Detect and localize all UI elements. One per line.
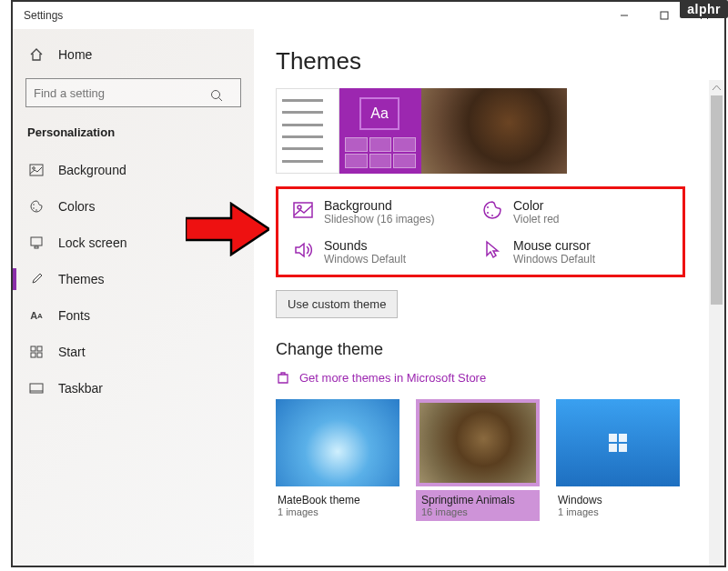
svg-rect-14 [37, 346, 42, 351]
setting-cursor[interactable]: Mouse cursorWindows Default [480, 238, 670, 265]
minimize-button[interactable] [604, 2, 644, 29]
watermark-text: alphr [687, 2, 721, 16]
picture-icon [27, 161, 46, 179]
svg-rect-6 [30, 165, 43, 175]
start-icon [27, 343, 46, 361]
svg-point-21 [487, 206, 489, 208]
page-title: Themes [276, 47, 703, 75]
picture-icon [291, 198, 315, 222]
sidebar-item-fonts[interactable]: AA Fonts [13, 297, 254, 334]
theme-name: Springtime Animals [421, 494, 534, 506]
preview-window-icon [276, 88, 339, 174]
home-label: Home [58, 47, 92, 62]
sidebar-item-label: Fonts [58, 308, 90, 323]
setting-label: Color [513, 198, 559, 213]
search-wrap [25, 78, 241, 107]
svg-point-22 [487, 212, 489, 214]
svg-line-5 [219, 98, 223, 102]
watermark-badge: alphr [680, 0, 728, 18]
speaker-icon [291, 238, 315, 262]
svg-point-20 [298, 205, 301, 209]
svg-rect-11 [31, 237, 42, 245]
svg-point-4 [212, 91, 220, 99]
setting-label: Background [324, 198, 434, 213]
scroll-thumb[interactable] [711, 95, 723, 305]
store-icon [276, 370, 290, 385]
svg-point-10 [35, 209, 37, 211]
cursor-icon [480, 238, 504, 262]
theme-count: 16 images [421, 506, 534, 517]
annotation-arrow-icon [186, 202, 269, 256]
svg-rect-12 [35, 246, 38, 248]
store-link-text: Get more themes in Microsoft Store [299, 371, 486, 385]
preview-wallpaper-icon [421, 88, 567, 174]
category-label: Personalization [13, 116, 254, 152]
palette-icon [480, 198, 504, 222]
search-icon [210, 89, 223, 102]
theme-preview[interactable]: Aa [276, 88, 567, 174]
svg-rect-27 [619, 444, 627, 452]
setting-label: Sounds [324, 238, 406, 253]
setting-sub: Slideshow (16 images) [324, 213, 434, 225]
theme-card-windows[interactable]: Windows1 images [556, 399, 680, 521]
themes-list: MateBook theme1 images Springtime Animal… [276, 399, 703, 521]
sidebar: Home Personalization Background Colors L… [13, 29, 254, 566]
sidebar-item-label: Lock screen [58, 235, 126, 250]
change-theme-title: Change theme [276, 340, 703, 359]
window-title: Settings [24, 9, 63, 22]
theme-thumb-icon [276, 399, 399, 486]
theme-thumb-icon [416, 399, 540, 486]
sidebar-item-label: Background [58, 163, 126, 177]
theme-settings-group: BackgroundSlideshow (16 images) ColorVio… [276, 186, 685, 277]
sidebar-item-background[interactable]: Background [13, 152, 254, 188]
setting-background[interactable]: BackgroundSlideshow (16 images) [291, 198, 480, 225]
svg-rect-1 [661, 12, 668, 19]
sidebar-item-label: Taskbar [58, 381, 103, 396]
brush-icon [27, 270, 46, 288]
theme-count: 1 images [278, 506, 398, 517]
search-input[interactable] [25, 78, 241, 107]
svg-rect-16 [37, 353, 42, 357]
svg-rect-24 [609, 434, 617, 442]
home-nav[interactable]: Home [13, 36, 254, 73]
palette-icon [27, 197, 46, 215]
theme-card-springtime[interactable]: Springtime Animals16 images [416, 399, 540, 521]
sidebar-item-taskbar[interactable]: Taskbar [13, 370, 254, 406]
maximize-button[interactable] [644, 2, 684, 29]
theme-thumb-icon [556, 399, 680, 486]
theme-count: 1 images [558, 506, 678, 517]
lock-screen-icon [27, 234, 46, 252]
setting-sub: Windows Default [513, 253, 595, 265]
svg-rect-13 [31, 346, 35, 351]
sidebar-item-label: Start [58, 345, 86, 359]
svg-rect-25 [619, 434, 627, 442]
setting-sub: Windows Default [324, 253, 406, 265]
sidebar-item-themes[interactable]: Themes [13, 261, 254, 297]
svg-rect-26 [609, 444, 617, 452]
scroll-up-icon[interactable] [709, 80, 724, 95]
setting-sounds[interactable]: SoundsWindows Default [291, 238, 480, 265]
scrollbar[interactable] [709, 80, 724, 566]
svg-rect-19 [294, 203, 312, 217]
setting-sub: Violet red [513, 213, 559, 225]
theme-name: MateBook theme [278, 494, 398, 506]
setting-color[interactable]: ColorViolet red [480, 198, 670, 225]
titlebar[interactable]: Settings [13, 2, 724, 29]
svg-point-23 [491, 215, 493, 216]
use-custom-theme-button[interactable]: Use custom theme [276, 290, 398, 318]
preview-accent-icon: Aa [339, 88, 421, 174]
sidebar-item-label: Themes [58, 272, 105, 286]
setting-label: Mouse cursor [513, 238, 595, 253]
sidebar-item-label: Colors [58, 199, 95, 214]
svg-rect-15 [31, 353, 35, 357]
theme-card-matebook[interactable]: MateBook theme1 images [276, 399, 399, 521]
store-link[interactable]: Get more themes in Microsoft Store [276, 370, 703, 385]
content-area: Themes Aa BackgroundSlideshow (16 images… [254, 29, 724, 566]
svg-point-9 [33, 207, 35, 209]
home-icon [27, 45, 46, 64]
font-icon: AA [27, 306, 46, 325]
svg-point-8 [33, 204, 35, 205]
sidebar-item-start[interactable]: Start [13, 334, 254, 370]
theme-name: Windows [558, 494, 678, 506]
window-frame: Settings Home Personalization Background [11, 0, 726, 567]
